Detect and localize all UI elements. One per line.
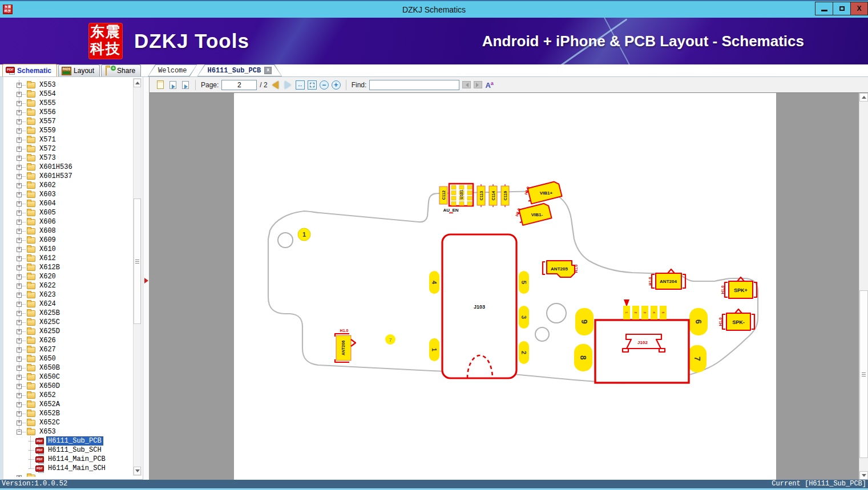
expand-plus-icon[interactable] — [17, 101, 22, 106]
expand-plus-icon[interactable] — [17, 475, 22, 477]
next-page-icon[interactable] — [283, 80, 293, 90]
viewer-scrollbar-thumb[interactable] — [859, 290, 868, 458]
expand-plus-icon[interactable] — [17, 137, 22, 143]
expand-plus-icon[interactable] — [17, 393, 22, 398]
tree-folder-label[interactable]: X571 — [38, 136, 58, 144]
expand-plus-icon[interactable] — [17, 128, 22, 133]
expand-plus-icon[interactable] — [17, 256, 22, 261]
expand-plus-icon[interactable] — [17, 110, 22, 115]
tree-folder-label[interactable]: X553 — [38, 81, 58, 89]
tree-folder-row[interactable]: X650B — [3, 363, 132, 372]
expand-plus-icon[interactable] — [17, 338, 22, 343]
tree-folder-row[interactable]: X650C — [3, 372, 132, 382]
expand-plus-icon[interactable] — [17, 347, 22, 353]
tree-folder-row[interactable]: X610 — [3, 245, 132, 254]
tree-folder-label[interactable]: X601H536 — [38, 163, 74, 171]
tree-folder-label[interactable]: X557 — [38, 118, 58, 125]
tree-folder-row-expanded[interactable]: X653 — [3, 427, 132, 436]
tree-folder-label[interactable]: X625B — [38, 309, 62, 317]
tree-folder-label[interactable]: X626 — [38, 337, 58, 345]
expand-plus-icon[interactable] — [17, 265, 22, 270]
expand-plus-icon[interactable] — [17, 147, 22, 152]
expand-plus-icon[interactable] — [17, 402, 22, 407]
collapse-arrow-icon[interactable] — [144, 278, 148, 284]
tree-folder-label[interactable]: X554 — [38, 90, 58, 98]
tree-folder-row[interactable]: X622 — [3, 281, 132, 290]
zoom-in-icon[interactable]: + — [332, 80, 341, 90]
tree-document-row[interactable]: H6114_Main_PCB — [3, 455, 132, 464]
tree-folder-label[interactable]: X603 — [38, 191, 58, 199]
tree-document-label[interactable]: H6114_Main_PCB — [46, 455, 107, 463]
tree-folder-row[interactable]: X623 — [3, 290, 132, 299]
expand-plus-icon[interactable] — [17, 238, 22, 243]
tree-folder-row[interactable]: X624 — [3, 299, 132, 309]
scroll-down-icon[interactable] — [134, 467, 141, 475]
collapse-minus-icon[interactable] — [17, 430, 22, 435]
tree-document-label[interactable]: H6111_Sub_PCB — [46, 436, 103, 446]
tab-schematic[interactable]: Schematic — [2, 64, 57, 76]
expand-plus-icon[interactable] — [17, 201, 22, 206]
expand-plus-icon[interactable] — [17, 192, 22, 197]
tree-folder-label[interactable]: X601H537 — [38, 172, 74, 180]
expand-plus-icon[interactable] — [17, 119, 22, 124]
tree-folder-label[interactable]: X652B — [38, 410, 62, 418]
tree-folder-label[interactable]: X605 — [38, 209, 58, 217]
tree-folder-row[interactable]: X557 — [3, 117, 132, 126]
expand-plus-icon[interactable] — [17, 229, 22, 234]
expand-plus-icon[interactable] — [17, 220, 22, 225]
expand-plus-icon[interactable] — [17, 366, 22, 371]
tree-folder-row[interactable]: X608 — [3, 226, 132, 236]
tree-folder-row[interactable]: X602 — [3, 181, 132, 190]
tree-folder-row-partial[interactable] — [3, 473, 132, 477]
tree-folder-label[interactable]: X627 — [38, 346, 58, 354]
sidebar-splitter[interactable] — [143, 77, 150, 480]
tree-folder-label[interactable]: X625C — [38, 318, 62, 326]
expand-plus-icon[interactable] — [17, 329, 22, 334]
tab-close-icon[interactable]: x — [264, 67, 272, 74]
tree-folder-row[interactable]: X554 — [3, 90, 132, 99]
tree-folder-label[interactable]: X608 — [38, 227, 58, 235]
tree-folder-row[interactable]: X620 — [3, 272, 132, 281]
expand-plus-icon[interactable] — [17, 165, 22, 170]
tree-folder-label[interactable]: X650D — [38, 382, 62, 390]
tree-folder-label[interactable]: X606 — [38, 218, 58, 226]
tree-folder-label[interactable]: X623 — [38, 291, 58, 299]
tree-folder-row[interactable]: X605 — [3, 208, 132, 217]
tree-folder-row[interactable]: X650 — [3, 354, 132, 363]
tree-folder-row[interactable]: X573 — [3, 153, 132, 163]
scroll-down-icon[interactable] — [859, 471, 868, 480]
tree-folder-row[interactable]: X625C — [3, 318, 132, 327]
tree-folder-label[interactable]: X652A — [38, 400, 62, 408]
tree-folder-label[interactable]: X555 — [38, 99, 58, 107]
tree-folder-row[interactable]: X571 — [3, 135, 132, 144]
tree-document-label[interactable]: H6111_Sub_SCH — [46, 446, 103, 454]
expand-plus-icon[interactable] — [17, 357, 22, 362]
tree-folder-label[interactable]: X604 — [38, 200, 58, 208]
match-case-icon[interactable]: Aa — [485, 79, 493, 90]
tree-folder-row[interactable]: X650D — [3, 382, 132, 391]
tree-folder-row[interactable]: X652A — [3, 400, 132, 409]
previous-view-icon[interactable] — [168, 80, 177, 90]
tab-h6111-sub-pcb[interactable]: H6111_Sub_PCB x — [197, 64, 282, 76]
tree-document-row[interactable]: H6111_Sub_PCB — [3, 436, 132, 446]
expand-plus-icon[interactable] — [17, 156, 22, 161]
tree-scrollbar[interactable] — [133, 78, 142, 476]
tree-folder-row[interactable]: X627 — [3, 345, 132, 354]
snapshot-icon[interactable] — [155, 80, 165, 90]
tree-document-row[interactable]: H6114_Main_SCH — [3, 464, 132, 473]
viewer-scrollbar[interactable] — [859, 93, 868, 480]
expand-plus-icon[interactable] — [17, 183, 22, 188]
tree-folder-row[interactable]: X652C — [3, 418, 132, 427]
tree-folder-row[interactable]: X625D — [3, 327, 132, 336]
tree-folder-label[interactable]: X652 — [38, 391, 58, 399]
scroll-up-icon[interactable] — [134, 79, 141, 87]
expand-plus-icon[interactable] — [17, 83, 22, 88]
tree-folder-label[interactable]: X622 — [38, 282, 58, 290]
tree-folder-row[interactable]: X604 — [3, 199, 132, 208]
next-view-icon[interactable] — [180, 80, 190, 90]
tree-document-label[interactable]: H6114_Main_SCH — [46, 464, 107, 472]
tree-folder-row[interactable]: X572 — [3, 144, 132, 153]
tree-folder-row[interactable]: X626 — [3, 336, 132, 345]
tree-folder-label[interactable]: X652C — [38, 419, 62, 427]
tree-folder-label[interactable]: X650 — [38, 355, 58, 363]
